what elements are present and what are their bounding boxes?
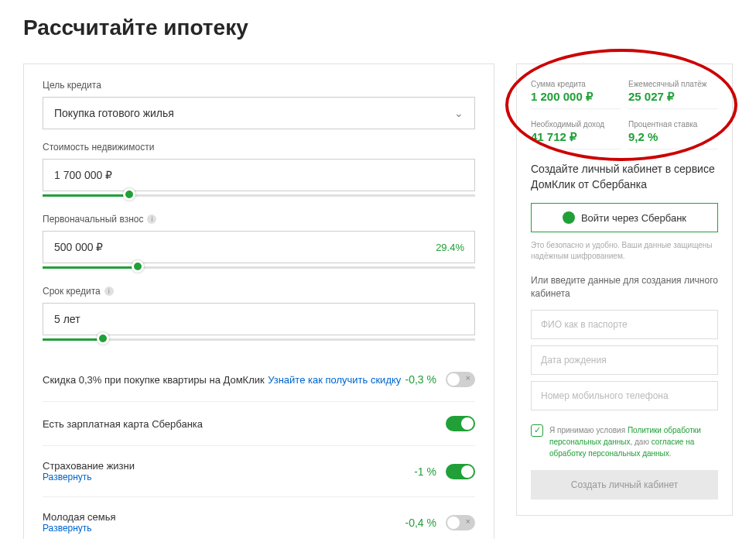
insurance-expand[interactable]: Развернуть	[43, 472, 414, 482]
price-slider[interactable]	[43, 194, 475, 197]
price-input[interactable]: 1 700 000 ₽	[43, 159, 475, 191]
downpayment-label: Первоначальный взнос	[43, 214, 143, 225]
required-income-value: 41 712 ₽	[531, 130, 621, 144]
downpayment-input[interactable]: 500 000 ₽	[43, 231, 475, 263]
required-income-label: Необходимый доход	[531, 120, 621, 129]
create-account-button[interactable]: Создать личный кабинет	[531, 470, 718, 500]
young-family-pct: -0,4 %	[405, 517, 436, 529]
info-icon[interactable]: i	[104, 287, 114, 296]
term-label: Срок кредита	[43, 286, 101, 297]
young-family-expand[interactable]: Развернуть	[43, 523, 405, 534]
loan-amount-label: Сумма кредита	[531, 80, 621, 88]
insurance-title: Страхование жизни	[43, 460, 414, 472]
page-title: Рассчитайте ипотеку	[23, 15, 733, 40]
login-sberbank-label: Войти через Сбербанк	[581, 212, 686, 224]
purpose-value: Покупка готового жилья	[54, 107, 174, 119]
purpose-select[interactable]: Покупка готового жилья ⌄	[43, 97, 475, 129]
salary-card-toggle[interactable]	[446, 416, 475, 431]
insurance-toggle[interactable]	[446, 464, 475, 479]
salary-card-title: Есть зарплатная карта Сбербанка	[43, 418, 203, 430]
interest-rate-label: Процентная ставка	[628, 120, 718, 129]
summary-card: Сумма кредита 1 200 000 ₽ Ежемесячный пл…	[516, 64, 733, 516]
downpayment-pct: 29.4%	[436, 242, 464, 253]
security-note: Это безопасно и удобно. Ваши данные защи…	[531, 240, 718, 262]
sberbank-logo-icon	[563, 211, 575, 224]
phone-input[interactable]	[531, 381, 718, 410]
consent-checkbox[interactable]: ✓	[531, 424, 543, 437]
calculator-form: Цель кредита Покупка готового жилья ⌄ Ст…	[23, 64, 494, 539]
term-slider[interactable]	[43, 338, 475, 341]
loan-amount-value: 1 200 000 ₽	[531, 90, 621, 104]
login-sberbank-button[interactable]: Войти через Сбербанк	[531, 203, 718, 232]
young-family-title: Молодая семья	[43, 511, 405, 523]
price-label: Стоимость недвижимости	[43, 142, 475, 153]
downpayment-slider[interactable]	[43, 266, 475, 269]
info-icon[interactable]: i	[147, 215, 156, 224]
term-input[interactable]: 5 лет	[43, 303, 475, 335]
monthly-payment-value: 25 027 ₽	[628, 90, 718, 104]
discount-title: Скидка 0,3% при покупке квартиры на ДомК…	[43, 374, 265, 386]
purpose-label: Цель кредита	[43, 80, 475, 91]
interest-rate-value: 9,2 %	[628, 130, 718, 143]
create-account-text: Создайте личный кабинет в сервисе ДомКли…	[531, 162, 718, 192]
discount-toggle[interactable]: ×	[446, 372, 475, 387]
discount-pct: -0,3 %	[405, 373, 436, 386]
young-family-toggle[interactable]: ×	[446, 515, 475, 530]
discount-link[interactable]: Узнайте как получить скидку	[268, 374, 401, 386]
monthly-payment-label: Ежемесячный платёж	[628, 80, 718, 88]
consent-text: Я принимаю условия Политики обработки пе…	[549, 424, 718, 459]
or-enter-data-text: Или введите данные для создания личного …	[531, 274, 718, 300]
chevron-down-icon: ⌄	[454, 107, 464, 119]
dob-input[interactable]	[531, 345, 718, 375]
fullname-input[interactable]	[531, 310, 718, 339]
insurance-pct: -1 %	[414, 465, 436, 478]
